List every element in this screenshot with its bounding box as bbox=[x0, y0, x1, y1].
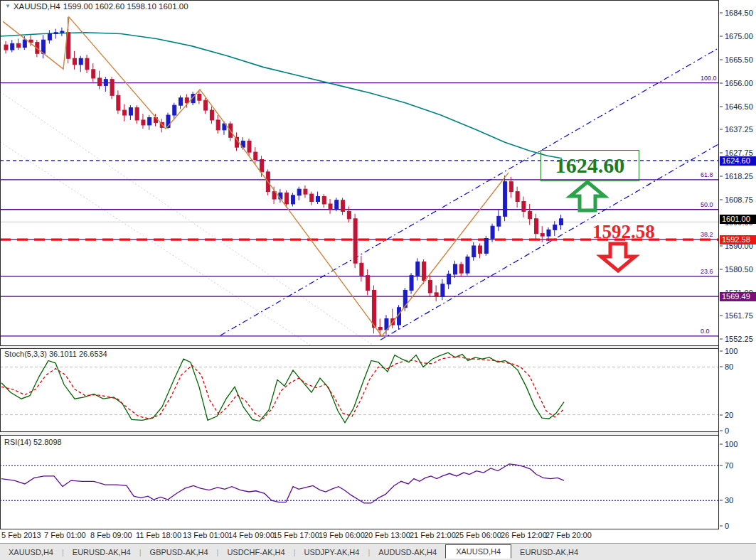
time-axis[interactable]: 5 Feb 20137 Feb 01:008 Feb 09:0011 Feb 1… bbox=[0, 529, 756, 543]
chart-tab-usdjpy-ak-h4[interactable]: USDJPY-AK,H4 bbox=[296, 546, 368, 559]
fib-level-label: 23.6 bbox=[701, 268, 713, 275]
chart-tab-eurusd-ak-h4[interactable]: EURUSD-AK,H4 bbox=[64, 546, 139, 559]
rsi-tick-label: 30 bbox=[725, 496, 756, 505]
time-axis-label: 13 Feb 01:00 bbox=[183, 531, 229, 539]
stoch-tick-label: 80 bbox=[725, 362, 756, 371]
time-axis-label: 8 Feb 09:00 bbox=[90, 531, 132, 539]
price-tick-label: 1656.00 bbox=[725, 79, 756, 87]
time-axis-label: 5 Feb 2013 bbox=[1, 531, 41, 539]
resistance-price-annotation[interactable]: 1624.60 bbox=[541, 150, 639, 181]
price-tag: 1624.60 bbox=[720, 156, 756, 166]
time-axis-label: 21 Feb 21:00 bbox=[410, 531, 456, 539]
rsi-tick-label: 70 bbox=[725, 461, 756, 470]
chart-tab-xauusd-h4[interactable]: XAUUSD,H4 bbox=[0, 546, 62, 559]
price-tick-label: 1552.25 bbox=[725, 335, 756, 343]
time-axis-label: 19 Feb 06:00 bbox=[319, 531, 365, 539]
price-tick-label: 1675.00 bbox=[725, 32, 756, 41]
fib-level-label: 100.0 bbox=[701, 75, 717, 82]
chart-tab-usdchf-ak-h4[interactable]: USDCHF-AK,H4 bbox=[218, 546, 293, 559]
time-axis-label: 15 Feb 17:00 bbox=[273, 531, 319, 539]
stoch-tick-label: 100 bbox=[725, 347, 756, 355]
mt4-chart-window: ▼XAUUSD,H41599.00 1602.60 1598.10 1601.0… bbox=[0, 0, 756, 560]
chart-symbol-label: XAUUSD,H4 bbox=[14, 2, 60, 11]
chart-ohlc-values: 1599.00 1602.60 1598.10 1601.00 bbox=[63, 2, 188, 11]
time-axis-label: 25 Feb 06:00 bbox=[455, 531, 501, 539]
stoch-tick-label: 0 bbox=[725, 426, 756, 435]
chart-tab-eurusd-ak-h4[interactable]: EURUSD-AK,H4 bbox=[511, 546, 587, 559]
chart-title: ▼XAUUSD,H41599.00 1602.60 1598.10 1601.0… bbox=[5, 2, 191, 11]
charts-canvas[interactable] bbox=[0, 0, 756, 542]
fib-level-label: 50.0 bbox=[701, 201, 713, 208]
price-tick-label: 1637.25 bbox=[725, 125, 756, 134]
price-tick-label: 1608.75 bbox=[725, 195, 756, 204]
price-tick-label: 1561.75 bbox=[725, 311, 756, 320]
price-tag: 1569.49 bbox=[720, 292, 756, 301]
support-price-annotation[interactable]: 1592.58 bbox=[592, 221, 655, 243]
fib-level-label: 0.0 bbox=[701, 328, 710, 335]
time-axis-label: 27 Feb 20:00 bbox=[545, 531, 592, 539]
chart-tab-xauusd-h4[interactable]: XAUUSD,H4 bbox=[445, 544, 511, 559]
time-axis-label: 14 Feb 09:00 bbox=[228, 531, 275, 539]
chart-tab-gbpusd-ak-h4[interactable]: GBPUSD-AK,H4 bbox=[142, 546, 217, 559]
fib-level-label: 38.2 bbox=[701, 231, 713, 238]
chart-tab-audusd-ak-h4[interactable]: AUDUSD-AK,H4 bbox=[370, 546, 445, 559]
stoch-tick-label: 20 bbox=[725, 411, 756, 419]
price-tag: 1592.58 bbox=[720, 235, 756, 244]
collapse-triangle-icon[interactable]: ▼ bbox=[5, 3, 11, 9]
rsi-tick-label: 0 bbox=[725, 522, 756, 530]
time-axis-label: 26 Feb 12:00 bbox=[501, 531, 547, 539]
price-tick-label: 1665.50 bbox=[725, 55, 756, 64]
time-axis-label: 7 Feb 01:00 bbox=[44, 531, 86, 539]
stoch-indicator-label: Stoch(5,3,3) 36.1011 26.6534 bbox=[4, 350, 107, 358]
rsi-tick-label: 100 bbox=[725, 440, 756, 448]
price-tick-label: 1646.50 bbox=[725, 102, 756, 111]
price-tick-label: 1618.25 bbox=[725, 172, 756, 181]
rsi-indicator-label: RSI(14) 52.8098 bbox=[4, 438, 62, 446]
fib-level-label: 61.8 bbox=[701, 171, 713, 178]
chart-tab-bar: XAUUSD,H4|EURUSD-AK,H4|GBPUSD-AK,H4|USDC… bbox=[0, 543, 756, 560]
time-axis-label: 11 Feb 18:00 bbox=[136, 531, 181, 539]
price-tick-label: 1684.50 bbox=[725, 9, 756, 17]
time-axis-label: 20 Feb 13:00 bbox=[364, 531, 410, 539]
price-tag: 1601.00 bbox=[720, 215, 756, 224]
price-tick-label: 1580.50 bbox=[725, 265, 756, 274]
